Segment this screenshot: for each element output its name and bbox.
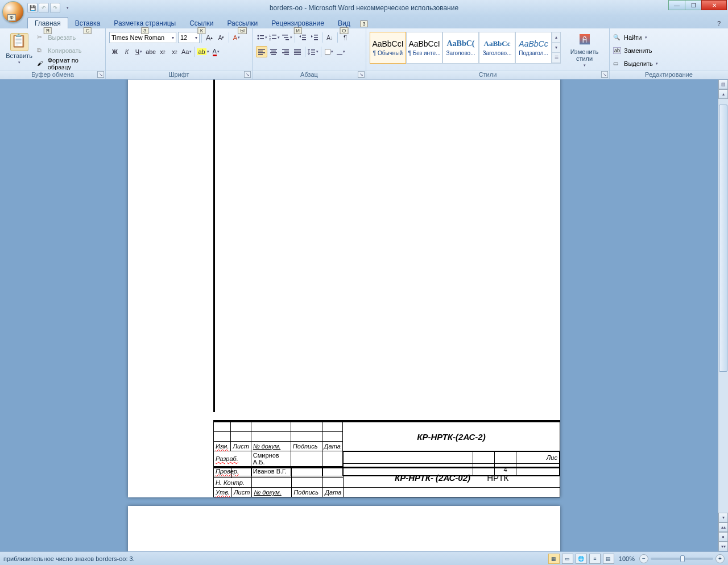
replace-icon <box>613 47 621 55</box>
replace-button[interactable]: Заменить <box>613 44 652 57</box>
page-2[interactable] <box>128 506 560 551</box>
scroll-thumb[interactable] <box>719 105 727 372</box>
keytip: И <box>293 27 301 34</box>
tab-page-layout[interactable]: Разметка страницыЗ <box>107 18 183 28</box>
find-button[interactable]: Найти ▾ <box>613 31 647 44</box>
qat-customize[interactable] <box>61 2 73 14</box>
select-button[interactable]: Выделить ▾ <box>613 57 658 70</box>
browse-next-button[interactable]: ▾▾ <box>718 542 728 551</box>
group-styles: AaBbCcI¶ Обычный AaBbCcI¶ Без инте... Aa… <box>366 28 610 79</box>
page-1[interactable]: КР-НРТК-(2АС-2) Изм. Лист № докум. Подпи… <box>128 80 560 497</box>
dialog-launcher[interactable]: ↘ <box>244 71 251 78</box>
numbering-button[interactable]: 12 <box>268 32 280 43</box>
scroll-up-button[interactable]: ▴ <box>718 89 728 99</box>
office-button[interactable]: Ф <box>2 1 24 23</box>
browse-object-button[interactable]: ● <box>718 532 728 542</box>
view-outline[interactable]: ≡ <box>589 554 601 564</box>
sort-button[interactable]: A↓ <box>324 32 336 43</box>
shrink-font-button[interactable]: A▾ <box>216 32 227 43</box>
view-full-screen[interactable]: ▭ <box>562 554 573 564</box>
vertical-scrollbar[interactable]: ▤ ▴ ▾ ▴▴ ● ▾▾ <box>718 80 728 551</box>
align-right-button[interactable] <box>280 46 291 57</box>
paste-button[interactable]: Вставить ▾ <box>3 30 35 68</box>
format-painter-button[interactable]: Формат по образцу <box>37 57 102 70</box>
bullets-button[interactable] <box>256 32 268 43</box>
tab-insert[interactable]: ВставкаС <box>68 18 107 28</box>
change-case-button[interactable]: Aa <box>181 46 192 57</box>
browse-prev-button[interactable]: ▴▴ <box>718 522 728 532</box>
view-draft[interactable]: ▤ <box>603 554 614 564</box>
highlight-button[interactable]: ab <box>196 46 209 57</box>
style-heading2[interactable]: AaBbCcЗаголово... <box>479 32 515 64</box>
keytip: К <box>198 27 205 34</box>
style-normal[interactable]: AaBbCcI¶ Обычный <box>370 32 406 64</box>
scroll-track[interactable] <box>718 99 728 513</box>
zoom-slider[interactable] <box>651 558 713 560</box>
shading-button[interactable] <box>323 46 334 57</box>
view-print-layout[interactable]: ▦ <box>548 554 560 564</box>
close-button[interactable]: ✕ <box>701 0 727 10</box>
maximize-button[interactable]: ❐ <box>685 0 702 10</box>
qat-save[interactable]: 💾1 <box>27 3 38 13</box>
grow-font-button[interactable]: A▴ <box>204 32 215 43</box>
bold-button[interactable]: Ж <box>109 46 121 57</box>
increase-indent-button[interactable] <box>309 32 320 43</box>
change-styles-button[interactable]: Изменить стили ▾ <box>563 32 606 69</box>
tab-view[interactable]: ВидО <box>331 18 357 28</box>
font-color-button[interactable]: A <box>210 46 222 57</box>
svg-rect-16 <box>314 39 318 40</box>
style-subtitle[interactable]: AaBbCcПодзагол... <box>515 32 552 64</box>
view-web-layout[interactable]: 🌐 <box>576 554 587 564</box>
svg-rect-31 <box>294 52 301 53</box>
zoom-thumb[interactable] <box>680 555 685 562</box>
style-heading1[interactable]: AaBbC(Заголово... <box>442 32 479 64</box>
font-size-combo[interactable]: 12 <box>178 32 200 43</box>
strikethrough-button[interactable]: abc <box>145 46 156 57</box>
tab-home[interactable]: ГлавнаяЯ <box>27 17 68 28</box>
tab-references[interactable]: СсылкиК <box>183 18 220 28</box>
window-title: borders-oo - Microsoft Word некоммерческ… <box>270 4 458 12</box>
document-canvas[interactable]: КР-НРТК-(2АС-2) Изм. Лист № докум. Подпи… <box>0 80 718 551</box>
underline-button[interactable]: Ч <box>133 46 144 57</box>
align-center-button[interactable] <box>268 46 279 57</box>
copy-icon <box>37 47 45 55</box>
align-left-icon <box>258 48 266 56</box>
zoom-in-button[interactable]: + <box>715 554 725 563</box>
help-button[interactable]: ? <box>713 18 725 29</box>
multilevel-list-button[interactable] <box>281 32 293 43</box>
indent-icon <box>311 34 318 41</box>
bullets-icon <box>257 34 264 41</box>
ruler-toggle[interactable]: ▤ <box>718 80 728 89</box>
qat-redo[interactable]: ↷3 <box>50 3 60 13</box>
copy-button[interactable]: Копировать <box>37 44 102 57</box>
style-name: ¶ Без инте... <box>408 50 441 56</box>
cut-label: Вырезать <box>48 34 76 41</box>
subscript-button[interactable]: x2 <box>157 46 168 57</box>
justify-button[interactable] <box>292 46 303 57</box>
borders-button[interactable] <box>335 46 346 57</box>
italic-button[interactable]: К <box>121 46 133 57</box>
role-utv: Утв. <box>216 489 230 496</box>
style-no-spacing[interactable]: AaBbCcI¶ Без инте... <box>406 32 442 64</box>
svg-rect-20 <box>258 54 263 55</box>
svg-rect-28 <box>284 54 289 55</box>
minimize-button[interactable]: — <box>668 0 685 10</box>
line-spacing-button[interactable] <box>307 46 319 57</box>
tab-review[interactable]: РецензированиеИ <box>264 18 331 28</box>
search-icon <box>613 34 621 41</box>
group-editing: Найти ▾ Заменить Выделить ▾ Редактирован… <box>610 28 728 79</box>
qat-undo[interactable]: ↶2 <box>39 3 49 13</box>
scroll-down-button[interactable]: ▾ <box>718 513 728 522</box>
svg-rect-14 <box>314 35 318 36</box>
styles-gallery-scroll[interactable]: ▴▾☰ <box>552 32 561 64</box>
tab-mailings[interactable]: РассылкиЫ <box>220 18 264 28</box>
align-right-icon <box>282 48 289 56</box>
dialog-launcher[interactable]: ↘ <box>97 71 104 78</box>
dialog-launcher[interactable]: ↘ <box>601 71 608 78</box>
tab-label: Рассылки <box>227 19 258 27</box>
zoom-level[interactable]: 100% <box>619 555 635 562</box>
dialog-launcher[interactable]: ↘ <box>358 71 365 78</box>
align-left-button[interactable] <box>256 46 267 57</box>
zoom-out-button[interactable]: − <box>639 554 648 563</box>
superscript-button[interactable]: x2 <box>169 46 180 57</box>
